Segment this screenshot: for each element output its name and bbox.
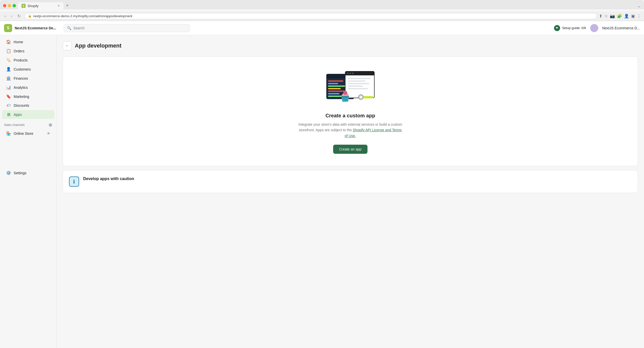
shopify-logo-icon: S — [4, 24, 12, 32]
svg-point-26 — [360, 96, 362, 98]
sidebar-label-customers: Customers — [14, 67, 31, 71]
store-logo[interactable]: S NextJS Ecommerce De... — [4, 24, 60, 32]
apps-icon: ⊞ — [6, 112, 11, 117]
setup-guide-icon: ⚑ — [554, 25, 560, 31]
profile-icon[interactable]: 👤 — [624, 14, 629, 18]
bookmark-icon[interactable]: ☆ — [604, 14, 608, 18]
ssl-lock-icon: 🔒 — [28, 14, 32, 18]
sidebar-label-settings: Settings — [14, 171, 27, 175]
browser-tab-active[interactable]: S Shopify ✕ — [18, 2, 63, 9]
shopify-favicon-icon: S — [21, 4, 26, 8]
sales-channels-section: Sales channels ⊕ — [0, 119, 56, 129]
analytics-icon: 📊 — [6, 85, 11, 90]
create-app-button[interactable]: Create an app — [333, 145, 368, 154]
address-bar-text: nextjs-ecommerce-demo-2.myshopify.com/ad… — [33, 14, 132, 18]
caution-card: ℹ Develop apps with caution — [63, 170, 638, 193]
sidebar-item-home[interactable]: 🏠 Home — [2, 37, 54, 46]
page-title: App development — [75, 42, 122, 49]
sidebar-label-home: Home — [14, 40, 23, 44]
user-name-text: NextJS Ecommerce D... — [602, 26, 640, 30]
sidebar-toggle-icon[interactable]: ▣ — [631, 14, 635, 18]
svg-rect-18 — [348, 83, 369, 84]
svg-point-14 — [350, 73, 351, 74]
sidebar-item-customers[interactable]: 👤 Customers — [2, 65, 54, 74]
svg-rect-7 — [328, 91, 346, 92]
sidebar-label-finances: Finances — [14, 76, 28, 80]
settings-icon: ⚙️ — [6, 170, 11, 175]
svg-rect-27 — [363, 96, 373, 98]
search-bar[interactable]: 🔍 — [64, 24, 190, 32]
setup-guide-label: Setup guide: 0/6 — [562, 26, 586, 30]
sidebar-label-marketing: Marketing — [14, 95, 29, 99]
menu-icon[interactable]: ⋮ — [637, 14, 641, 18]
back-navigation-button[interactable]: ‹ — [3, 13, 7, 19]
sidebar-label-orders: Orders — [14, 49, 25, 53]
app-header: S NextJS Ecommerce De... 🔍 ⚑ Setup guide… — [0, 21, 644, 35]
tab-close-button[interactable]: ✕ — [57, 4, 60, 8]
sidebar-label-products: Products — [14, 58, 28, 62]
orders-icon: 📋 — [6, 49, 11, 53]
search-icon: 🔍 — [67, 26, 71, 30]
finances-icon: 🏛️ — [6, 76, 11, 81]
svg-rect-17 — [348, 80, 365, 82]
sidebar-label-analytics: Analytics — [14, 85, 28, 90]
sidebar-item-orders[interactable]: 📋 Orders — [2, 47, 54, 55]
sidebar-item-settings[interactable]: ⚙️ Settings — [2, 168, 54, 177]
svg-rect-16 — [348, 78, 371, 79]
svg-rect-4 — [328, 83, 338, 84]
add-sales-channel-button[interactable]: ⊕ — [49, 122, 52, 128]
share-icon[interactable]: ⬆ — [599, 14, 602, 18]
online-store-eye-icon[interactable]: 👁 — [47, 132, 50, 136]
traffic-light-red[interactable] — [3, 4, 6, 7]
back-button[interactable]: ← — [63, 41, 72, 50]
sidebar-item-finances[interactable]: 🏛️ Finances — [2, 74, 54, 83]
avatar[interactable] — [590, 24, 598, 32]
main-card: Create a custom app Integrate your store… — [63, 56, 638, 166]
browser-window-controls: ⌄ — [637, 3, 641, 9]
new-tab-button[interactable]: + — [64, 2, 71, 9]
sidebar-label-online-store: Online Store — [14, 132, 33, 136]
address-bar[interactable]: 🔒 nextjs-ecommerce-demo-2.myshopify.com/… — [24, 13, 597, 19]
caution-card-title: Develop apps with caution — [83, 177, 134, 181]
svg-rect-3 — [328, 80, 343, 82]
sidebar-label-discounts: Discounts — [14, 103, 29, 107]
svg-rect-12 — [345, 73, 374, 75]
svg-rect-20 — [348, 88, 368, 89]
sidebar-item-apps[interactable]: ⊞ Apps — [2, 110, 54, 119]
page-content: ← App development — [57, 35, 644, 348]
svg-rect-8 — [328, 93, 339, 94]
sidebar-item-marketing[interactable]: 🔖 Marketing — [2, 92, 54, 101]
sidebar-item-discounts[interactable]: 🏷 Discounts — [2, 101, 54, 110]
caution-card-content: Develop apps with caution — [83, 177, 134, 181]
info-icon: ℹ — [69, 177, 79, 187]
products-icon: 🏷️ — [6, 58, 11, 62]
sidebar-item-online-store[interactable]: 🏪 Online Store 👁 — [2, 129, 54, 138]
page-header: ← App development — [63, 41, 638, 50]
sidebar: 🏠 Home 📋 Orders 🏷️ Products 👤 Customers … — [0, 35, 57, 348]
store-name-text: NextJS Ecommerce De... — [15, 26, 56, 30]
svg-rect-6 — [328, 88, 341, 89]
screenshot-icon[interactable]: 📷 — [610, 14, 615, 18]
setup-guide-widget[interactable]: ⚑ Setup guide: 0/6 — [554, 25, 586, 31]
svg-point-22 — [343, 91, 347, 95]
forward-navigation-button[interactable]: › — [9, 13, 14, 19]
sidebar-item-products[interactable]: 🏷️ Products — [2, 56, 54, 64]
refresh-button[interactable]: ↻ — [16, 13, 22, 19]
card-heading: Create a custom app — [71, 113, 630, 119]
traffic-light-green[interactable] — [13, 4, 16, 7]
extensions-icon[interactable]: 🧩 — [617, 14, 622, 18]
app-illustration — [325, 69, 376, 107]
traffic-light-yellow[interactable] — [8, 4, 11, 7]
svg-rect-19 — [348, 85, 363, 87]
shopify-api-link[interactable]: Shopify API License and Terms of Use. — [345, 128, 402, 138]
discounts-icon: 🏷 — [6, 103, 11, 108]
caution-card-row: ℹ Develop apps with caution — [63, 170, 638, 193]
svg-point-13 — [347, 73, 349, 74]
customers-icon: 👤 — [6, 67, 11, 72]
home-icon: 🏠 — [6, 39, 11, 44]
online-store-icon: 🏪 — [6, 131, 11, 136]
sidebar-item-analytics[interactable]: 📊 Analytics — [2, 83, 54, 92]
marketing-icon: 🔖 — [6, 94, 11, 99]
search-input[interactable] — [73, 26, 187, 30]
svg-rect-24 — [341, 96, 349, 97]
